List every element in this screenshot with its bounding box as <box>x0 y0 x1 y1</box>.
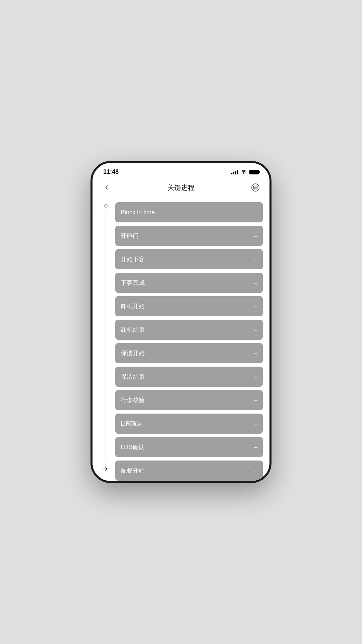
progress-item-unload-end[interactable]: 卸机结束– <box>115 320 263 340</box>
progress-item-dash-catering-start: – <box>254 467 257 474</box>
progress-item-label-start-deboard: 开始下客 <box>121 255 145 263</box>
progress-item-dash-start-deboard: – <box>254 256 257 263</box>
timeline-column: ✈ <box>101 202 111 474</box>
back-button[interactable] <box>101 181 113 194</box>
progress-item-dash-open-hatch: – <box>254 232 257 239</box>
progress-item-baggage-check[interactable]: 行李核验– <box>115 390 263 410</box>
page-title: 关键进程 <box>168 183 194 192</box>
progress-item-start-deboard[interactable]: 开始下客– <box>115 249 263 269</box>
progress-item-dash-unload-end: – <box>254 326 257 333</box>
progress-item-open-hatch[interactable]: 开舱门– <box>115 226 263 246</box>
status-bar: 11:48 <box>93 163 269 178</box>
progress-item-lds-confirm[interactable]: LDS确认– <box>115 437 263 457</box>
progress-item-label-finish-deboard: 下客完成 <box>121 279 145 287</box>
svg-point-3 <box>256 187 257 188</box>
progress-items-list: Block in time–开舱门–开始下客–下客完成–卸机开始–卸机结束–保洁… <box>111 202 263 474</box>
battery-icon <box>249 170 259 174</box>
progress-item-dash-clean-start: – <box>254 350 257 357</box>
nav-bar: 关键进程 <box>93 178 269 199</box>
progress-item-catering-start[interactable]: 配餐开始– <box>115 461 263 481</box>
progress-item-label-unload-start: 卸机开始 <box>121 302 145 310</box>
timeline-dot <box>104 204 108 208</box>
progress-item-dash-lds-confirm: – <box>254 444 257 450</box>
progress-item-label-block-in-time: Block in time <box>121 209 155 216</box>
status-time: 11:48 <box>103 168 119 175</box>
progress-item-label-lir-confirm: LIR确认 <box>121 420 142 428</box>
progress-item-label-baggage-check: 行李核验 <box>121 396 145 404</box>
progress-item-lir-confirm[interactable]: LIR确认– <box>115 414 263 434</box>
progress-item-dash-lir-confirm: – <box>254 420 257 427</box>
progress-item-clean-start[interactable]: 保洁开始– <box>115 343 263 363</box>
progress-item-clean-end[interactable]: 保洁结束– <box>115 367 263 387</box>
signal-icon <box>231 170 238 174</box>
progress-item-dash-clean-end: – <box>254 373 257 380</box>
progress-item-block-in-time[interactable]: Block in time– <box>115 202 263 222</box>
status-icons <box>231 170 259 174</box>
progress-item-label-clean-start: 保洁开始 <box>121 349 145 357</box>
progress-item-dash-finish-deboard: – <box>254 279 257 286</box>
content-area: ✈ Block in time–开舱门–开始下客–下客完成–卸机开始–卸机结束–… <box>93 199 269 481</box>
progress-item-label-clean-end: 保洁结束 <box>121 373 145 381</box>
phone-frame: 11:48 关键进程 <box>90 161 272 483</box>
progress-item-label-lds-confirm: LDS确认 <box>121 443 144 451</box>
plane-icon: ✈ <box>102 465 110 473</box>
progress-item-dash-baggage-check: – <box>254 397 257 404</box>
progress-item-label-open-hatch: 开舱门 <box>121 232 139 240</box>
progress-item-label-unload-end: 卸机结束 <box>121 326 145 334</box>
progress-item-finish-deboard[interactable]: 下客完成– <box>115 273 263 293</box>
progress-item-dash-block-in-time: – <box>254 209 257 216</box>
wifi-icon <box>241 170 247 174</box>
svg-point-2 <box>255 187 256 188</box>
timeline-line <box>106 209 106 464</box>
progress-item-unload-start[interactable]: 卸机开始– <box>115 296 263 316</box>
svg-point-1 <box>254 187 255 188</box>
progress-item-label-catering-start: 配餐开始 <box>121 467 145 475</box>
chat-button[interactable] <box>249 181 261 194</box>
progress-item-dash-unload-start: – <box>254 303 257 310</box>
